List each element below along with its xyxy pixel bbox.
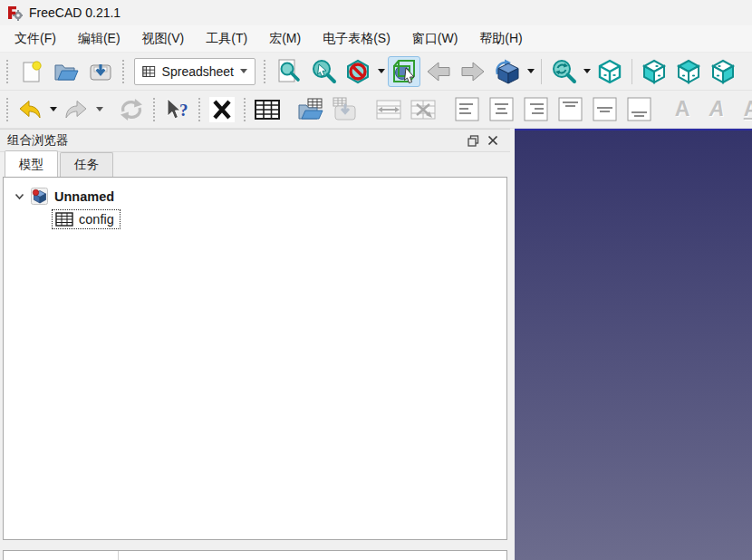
- zoom-button[interactable]: [547, 56, 580, 87]
- property-editor: [3, 550, 507, 560]
- svg-text:?: ?: [179, 101, 188, 120]
- top-view-cube-icon: [674, 58, 703, 85]
- whats-this-button[interactable]: ?: [160, 94, 193, 125]
- fit-all-icon: [275, 58, 303, 85]
- align-left-icon: [455, 97, 479, 121]
- align-top-icon: [558, 97, 583, 121]
- save-document-icon: [88, 59, 113, 84]
- import-spreadsheet-button[interactable]: [294, 94, 327, 125]
- export-spreadsheet-button[interactable]: [329, 94, 362, 125]
- merge-cells-button[interactable]: [372, 94, 405, 125]
- tree-item-config[interactable]: config: [4, 207, 506, 229]
- redo-icon: [63, 99, 89, 121]
- fit-selection-button[interactable]: [307, 56, 340, 87]
- delete-button[interactable]: [206, 94, 238, 125]
- home-view-dropdown[interactable]: [525, 56, 536, 87]
- align-vcenter-icon: [593, 97, 617, 121]
- box-element-selection-button[interactable]: [388, 56, 420, 87]
- chevron-down-icon: [50, 107, 57, 111]
- toolbar-separator: [541, 59, 542, 84]
- menu-file[interactable]: 文件(F): [4, 26, 67, 52]
- menu-help[interactable]: 帮助(H): [468, 26, 533, 52]
- chevron-down-icon: [378, 69, 385, 73]
- undo-dropdown[interactable]: [47, 94, 59, 125]
- toolbar-drag-handle[interactable]: [153, 98, 155, 121]
- workbench-selector[interactable]: Spreadsheet: [134, 58, 255, 85]
- split-cell-icon: [410, 99, 437, 121]
- refresh-button[interactable]: [115, 94, 148, 125]
- arrow-left-icon: [425, 60, 452, 83]
- toolbar-row-2: ?: [0, 91, 752, 129]
- tab-model[interactable]: 模型: [5, 150, 58, 177]
- draw-style-dropdown[interactable]: [375, 56, 387, 87]
- new-document-button[interactable]: [15, 56, 48, 87]
- align-top-button[interactable]: [554, 94, 586, 125]
- menu-macro[interactable]: 宏(M): [258, 26, 312, 52]
- menu-bar: 文件(F) 编辑(E) 视图(V) 工具(T) 宏(M) 电子表格(S) 窗口(…: [0, 25, 752, 53]
- align-center-button[interactable]: [485, 94, 517, 125]
- front-view-button[interactable]: [638, 56, 670, 87]
- panel-float-button[interactable]: [463, 131, 483, 150]
- toolbar-drag-handle[interactable]: [198, 98, 200, 121]
- draw-style-button[interactable]: [342, 56, 374, 87]
- open-document-icon: [53, 60, 80, 83]
- toolbar-drag-handle[interactable]: [244, 98, 246, 121]
- right-view-cube-icon: [709, 58, 738, 85]
- import-spreadsheet-icon: [297, 98, 324, 121]
- toolbar-row-1: Spreadsheet: [0, 53, 752, 91]
- window-title: FreeCAD 0.21.1: [29, 5, 121, 20]
- tab-tasks[interactable]: 任务: [60, 152, 113, 177]
- align-vcenter-button[interactable]: [588, 94, 621, 125]
- style-italic-button[interactable]: A: [700, 94, 733, 125]
- redo-button[interactable]: [60, 94, 92, 125]
- toolbar-drag-handle[interactable]: [6, 98, 8, 121]
- axonometric-view-button[interactable]: [593, 56, 626, 87]
- undo-button[interactable]: [14, 94, 46, 125]
- home-view-button[interactable]: [491, 56, 524, 87]
- menu-spreadsheet[interactable]: 电子表格(S): [312, 26, 401, 52]
- freecad-document-icon: [31, 188, 48, 205]
- toolbar-drag-handle[interactable]: [122, 60, 126, 83]
- align-right-button[interactable]: [519, 94, 552, 125]
- freecad-logo-icon: [6, 5, 23, 21]
- redo-dropdown[interactable]: [93, 94, 105, 125]
- new-document-icon: [19, 59, 44, 84]
- fit-all-button[interactable]: [273, 56, 305, 87]
- bold-icon: A: [675, 99, 690, 120]
- tree-item-focus-frame[interactable]: config: [52, 209, 121, 229]
- top-view-button[interactable]: [672, 56, 705, 87]
- document-label: Unnamed: [54, 189, 114, 204]
- tree-item-document[interactable]: Unnamed: [4, 178, 506, 207]
- property-name-column: [4, 551, 119, 560]
- zoom-dropdown[interactable]: [581, 56, 593, 87]
- title-bar: FreeCAD 0.21.1: [0, 0, 752, 25]
- split-cell-button[interactable]: [407, 94, 439, 125]
- save-document-button[interactable]: [84, 56, 117, 87]
- refresh-icon: [118, 97, 145, 122]
- navigate-forward-button[interactable]: [457, 56, 489, 87]
- combo-view-panel: 组合浏览器 模型 任务: [0, 129, 510, 560]
- expand-chevron-icon[interactable]: [14, 192, 24, 201]
- style-bold-button[interactable]: A: [666, 94, 699, 125]
- menu-tools[interactable]: 工具(T): [195, 26, 258, 52]
- panel-close-button[interactable]: [483, 131, 503, 150]
- front-view-cube-icon: [640, 58, 669, 85]
- toolbar-drag-handle[interactable]: [6, 60, 10, 83]
- create-spreadsheet-button[interactable]: [251, 94, 284, 125]
- menu-windows[interactable]: 窗口(W): [401, 26, 469, 52]
- fit-selection-icon: [310, 58, 337, 85]
- style-underline-button[interactable]: A: [735, 94, 752, 125]
- align-bottom-button[interactable]: [622, 94, 655, 125]
- spreadsheet-workbench-icon: [142, 65, 156, 78]
- menu-view[interactable]: 视图(V): [131, 26, 196, 52]
- viewport[interactable]: [515, 129, 752, 560]
- toolbar-drag-handle[interactable]: [264, 60, 267, 83]
- navigate-back-button[interactable]: [422, 56, 455, 87]
- chevron-down-icon: [240, 69, 247, 73]
- align-left-button[interactable]: [450, 94, 483, 125]
- open-document-button[interactable]: [50, 56, 82, 87]
- menu-edit[interactable]: 编辑(E): [67, 26, 131, 52]
- zoom-icon: [550, 58, 577, 85]
- export-spreadsheet-icon: [332, 97, 359, 122]
- right-view-button[interactable]: [707, 56, 739, 87]
